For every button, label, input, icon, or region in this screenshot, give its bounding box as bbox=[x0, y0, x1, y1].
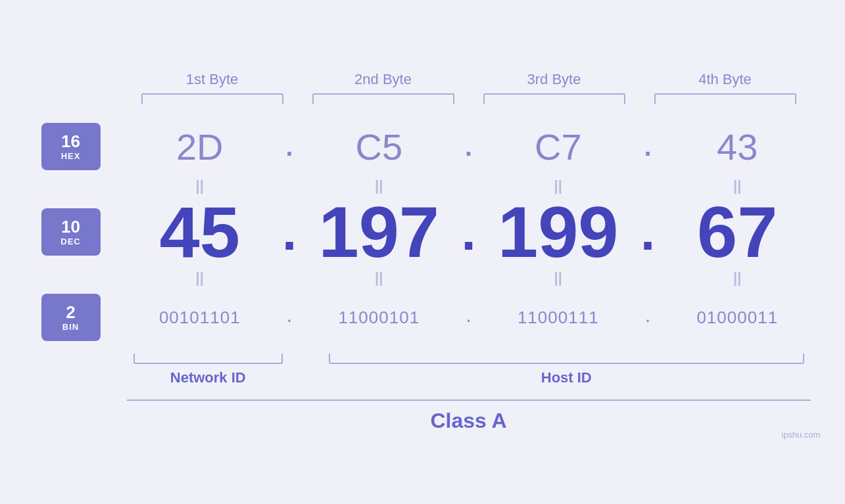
bin-badge-col: 2 BIN bbox=[35, 294, 127, 341]
watermark: ipshu.com bbox=[781, 430, 820, 440]
hex-base-label: HEX bbox=[61, 151, 81, 161]
dec-base-number: 10 bbox=[61, 218, 80, 237]
byte-label-4: 4th Byte bbox=[640, 71, 811, 93]
dec-dot-3: . bbox=[631, 202, 664, 262]
hex-dot-1: . bbox=[273, 132, 306, 162]
dec-badge-col: 10 DEC bbox=[35, 208, 127, 256]
dec-val-3: 199 bbox=[485, 196, 632, 268]
bracket-4 bbox=[640, 93, 811, 104]
byte-label-3: 3rd Byte bbox=[469, 71, 640, 93]
dec-dot-1: . bbox=[273, 202, 306, 262]
class-row: Class A bbox=[127, 400, 811, 433]
dec-values: 45 . 197 . 199 . 67 bbox=[127, 196, 811, 268]
hex-badge-col: 16 HEX bbox=[35, 123, 127, 170]
bin-row: 2 BIN 00101101 . 11000101 . 11000111 . bbox=[35, 288, 811, 347]
dec-val-4: 67 bbox=[664, 196, 811, 268]
hex-row: 16 HEX 2D . C5 . C7 . 43 bbox=[35, 117, 811, 176]
main-container: 1st Byte 2nd Byte 3rd Byte 4th Byte 16 H… bbox=[15, 58, 831, 446]
dot-spacer-bottom bbox=[289, 354, 322, 386]
bin-val-3: 11000111 bbox=[485, 308, 632, 328]
bin-val-4: 01000011 bbox=[664, 308, 811, 328]
dec-row: 10 DEC 45 . 197 . 199 . 67 bbox=[35, 196, 811, 268]
hex-badge: 16 HEX bbox=[41, 123, 101, 170]
bottom-brackets-row: Network ID Host ID bbox=[127, 354, 811, 386]
hex-val-1: 2D bbox=[127, 126, 274, 168]
host-id-label: Host ID bbox=[322, 369, 811, 386]
bin-base-number: 2 bbox=[66, 303, 75, 322]
byte-labels-row: 1st Byte 2nd Byte 3rd Byte 4th Byte bbox=[127, 71, 811, 93]
dec-dot-2: . bbox=[452, 202, 485, 262]
dec-base-label: DEC bbox=[60, 237, 80, 246]
network-id-bracket: Network ID bbox=[127, 354, 290, 386]
bin-base-label: BIN bbox=[62, 322, 79, 332]
bin-val-2: 11000101 bbox=[306, 308, 452, 328]
byte-label-2: 2nd Byte bbox=[298, 71, 469, 93]
equals-row-2: || || || || bbox=[127, 268, 811, 288]
dec-badge: 10 DEC bbox=[41, 208, 101, 256]
eq2-2: || bbox=[306, 269, 452, 286]
bin-dot-1: . bbox=[273, 309, 306, 326]
hex-val-3: C7 bbox=[485, 126, 632, 168]
byte-label-1: 1st Byte bbox=[127, 71, 298, 93]
bin-val-1: 00101101 bbox=[127, 308, 274, 328]
hex-values: 2D . C5 . C7 . 43 bbox=[127, 126, 811, 168]
hex-dot-3: . bbox=[631, 132, 664, 162]
hex-dot-2: . bbox=[452, 132, 485, 162]
eq2-1: || bbox=[127, 269, 274, 286]
host-id-bracket: Host ID bbox=[322, 354, 811, 386]
bracket-3 bbox=[469, 93, 640, 104]
dec-val-2: 197 bbox=[306, 196, 452, 268]
eq2-4: || bbox=[664, 269, 811, 286]
dec-val-1: 45 bbox=[127, 196, 274, 268]
bin-values: 00101101 . 11000101 . 11000111 . 0100001… bbox=[127, 308, 811, 328]
bin-badge: 2 BIN bbox=[41, 294, 101, 341]
eq2-3: || bbox=[485, 269, 632, 286]
bracket-1 bbox=[127, 93, 298, 104]
bin-dot-2: . bbox=[452, 309, 485, 326]
top-brackets-row bbox=[127, 93, 811, 104]
hex-val-2: C5 bbox=[306, 126, 452, 168]
hex-base-number: 16 bbox=[61, 132, 80, 151]
class-label: Class A bbox=[430, 409, 506, 432]
bin-dot-3: . bbox=[631, 309, 664, 326]
network-id-label: Network ID bbox=[127, 369, 290, 386]
hex-val-4: 43 bbox=[664, 126, 811, 168]
bracket-2 bbox=[298, 93, 469, 104]
